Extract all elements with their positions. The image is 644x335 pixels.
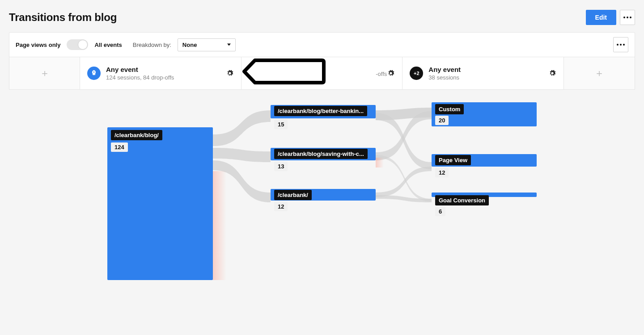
step-subtitle: 124 sessions, 84 drop-offs	[106, 74, 174, 81]
edit-button[interactable]: Edit	[586, 10, 616, 25]
all-events-label: All events	[94, 42, 122, 48]
node-count: 20	[435, 116, 449, 125]
badge-text: +2	[414, 71, 419, 76]
dropoff-col1	[213, 171, 226, 280]
node-count: 124	[111, 142, 128, 152]
node-label: Page View	[435, 155, 471, 165]
step-settings-button[interactable]	[548, 69, 556, 77]
step-settings-button[interactable]	[387, 69, 395, 77]
step-3[interactable]: +2 Any event 38 sessions	[402, 57, 564, 89]
step-title: Any event	[106, 66, 174, 73]
sankey-node-col2-1[interactable]: /clearbank/blog/saving-with-c... 13	[271, 148, 376, 160]
add-step-right[interactable]: ＋	[564, 57, 635, 89]
node-label: /clearbank/blog/	[111, 130, 162, 140]
step-texts: Any event 38 sessions	[428, 66, 461, 81]
steps-row: ＋ Any event 124 sessions, 84 drop-offs -…	[9, 57, 635, 89]
toolbar-container: Page views only All events Breakdown by:…	[9, 32, 635, 90]
node-count: 13	[274, 162, 288, 171]
node-count: 15	[274, 120, 288, 129]
node-label: Custom	[435, 104, 464, 114]
plus-icon: ＋	[594, 68, 604, 78]
node-label: /clearbank/blog/saving-with-c...	[274, 149, 368, 159]
sankey-canvas: /clearbank/blog/ 124 /clearbank/blog/bet…	[9, 100, 635, 296]
sankey-node-col3-1[interactable]: Page View 12	[432, 154, 537, 167]
step-subtitle: 38 sessions	[428, 74, 461, 81]
node-label: /clearbank/	[274, 190, 312, 200]
sankey-node-col3-2[interactable]: Goal Conversion 6	[432, 193, 537, 197]
step-settings-button[interactable]	[226, 69, 234, 77]
toggle-knob	[78, 40, 88, 50]
breakdown-label: Breakdown by:	[133, 42, 171, 48]
badge-icon: +2	[410, 67, 423, 80]
step-2[interactable]: -offs	[242, 57, 403, 89]
toolbar-more-button[interactable]	[613, 37, 628, 52]
sankey-node-col2-0[interactable]: /clearbank/blog/better-bankin... 15	[271, 105, 376, 118]
dropoff-col2	[376, 158, 384, 168]
more-icon	[617, 44, 625, 46]
plus-icon: ＋	[40, 68, 50, 78]
header-actions: Edit	[586, 10, 635, 25]
step-texts: Any event 124 sessions, 84 drop-offs	[106, 66, 174, 81]
add-step-left[interactable]: ＋	[9, 57, 80, 89]
node-count: 12	[274, 202, 288, 211]
step-1[interactable]: Any event 124 sessions, 84 drop-offs	[80, 57, 242, 89]
page-title: Transitions from blog	[9, 11, 117, 24]
step-title: Any event	[428, 66, 461, 73]
breakdown-value: None	[182, 42, 197, 48]
events-toggle[interactable]	[67, 39, 88, 50]
breakdown-select[interactable]: None	[178, 38, 236, 51]
node-label: Goal Conversion	[435, 195, 489, 205]
more-icon	[623, 17, 631, 18]
sankey-node-col1-0[interactable]: /clearbank/blog/ 124	[107, 127, 213, 280]
rocket-icon	[87, 67, 101, 80]
page-views-only-label: Page views only	[16, 42, 60, 48]
step-subtitle: -offs	[376, 71, 387, 77]
node-count: 6	[435, 207, 445, 216]
toolbar: Page views only All events Breakdown by:…	[9, 33, 635, 57]
more-options-button[interactable]	[620, 10, 635, 25]
node-label: /clearbank/blog/better-bankin...	[274, 106, 367, 116]
node-count: 12	[435, 168, 449, 177]
sankey-node-col2-2[interactable]: /clearbank/ 12	[271, 189, 376, 201]
sankey-node-col3-0[interactable]: Custom 20	[432, 102, 537, 126]
